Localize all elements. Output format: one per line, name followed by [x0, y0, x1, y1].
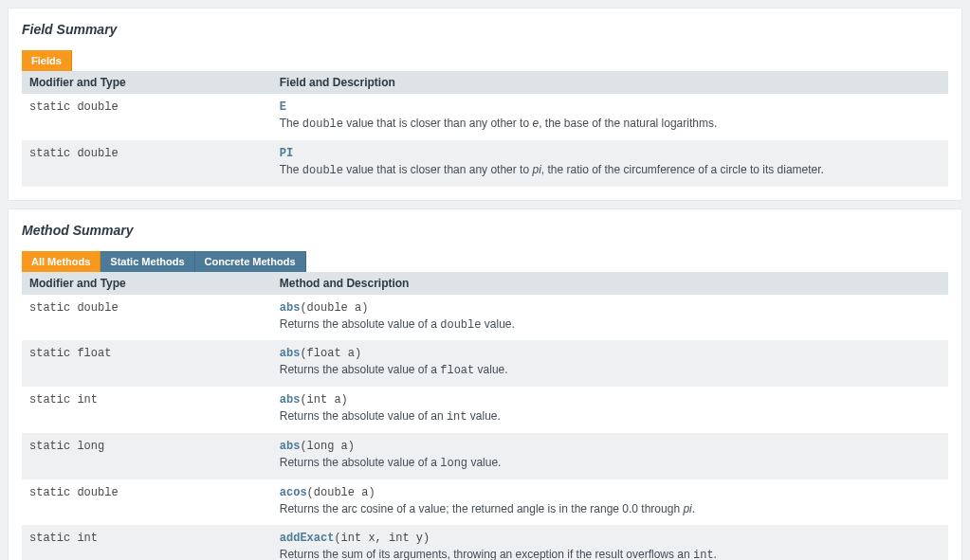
- method-link-abs[interactable]: abs: [280, 393, 301, 406]
- method-col-description: Method and Description: [272, 272, 948, 295]
- field-desc: The double value that is closer than any…: [280, 116, 941, 133]
- method-link-acos[interactable]: acos: [280, 486, 307, 499]
- method-desc: Returns the arc cosine of a value; the r…: [280, 501, 941, 517]
- field-col-modifier: Modifier and Type: [22, 71, 272, 94]
- table-row: static doubleabs(double a)Returns the ab…: [22, 295, 948, 341]
- method-modifier: static double: [29, 486, 119, 499]
- method-modifier: static int: [29, 393, 98, 406]
- table-row: static doubleacos(double a)Returns the a…: [22, 479, 948, 525]
- field-link-e[interactable]: E: [280, 100, 286, 114]
- field-link-pi[interactable]: PI: [280, 147, 293, 160]
- method-summary-tabbar: All Methods Static Methods Concrete Meth…: [22, 251, 948, 272]
- method-col-modifier: Modifier and Type: [22, 272, 272, 295]
- method-desc: Returns the absolute value of a long val…: [280, 455, 941, 472]
- method-params: (long a): [300, 440, 355, 453]
- field-summary-title: Field Summary: [22, 22, 948, 37]
- method-link-abs[interactable]: abs: [280, 347, 301, 360]
- table-row: static longabs(long a)Returns the absolu…: [22, 433, 948, 479]
- tab-concrete-methods[interactable]: Concrete Methods: [195, 251, 306, 272]
- field-col-description: Field and Description: [272, 71, 948, 94]
- table-row: static double E The double value that is…: [22, 94, 948, 140]
- method-params: (int x, int y): [334, 532, 430, 545]
- method-link-addexact[interactable]: addExact: [280, 532, 335, 545]
- method-modifier: static float: [29, 347, 111, 360]
- method-params: (int a): [300, 393, 347, 406]
- field-summary-tabbar: Fields: [22, 50, 948, 71]
- tab-fields[interactable]: Fields: [22, 50, 72, 71]
- table-row: static intaddExact(int x, int y)Returns …: [22, 525, 948, 560]
- method-desc: Returns the absolute value of a float va…: [280, 362, 941, 379]
- field-summary-panel: Field Summary Fields Modifier and Type F…: [8, 8, 962, 201]
- method-modifier: static double: [29, 301, 119, 315]
- tab-static-methods[interactable]: Static Methods: [101, 251, 194, 272]
- field-desc: The double value that is closer than any…: [280, 162, 941, 179]
- field-summary-table: Modifier and Type Field and Description …: [22, 71, 948, 187]
- method-params: (float a): [300, 347, 361, 360]
- method-params: (double a): [300, 301, 368, 315]
- method-desc: Returns the sum of its arguments, throwi…: [280, 547, 941, 560]
- table-row: static intabs(int a)Returns the absolute…: [22, 387, 948, 433]
- field-modifier: static double: [29, 147, 119, 160]
- method-summary-panel: Method Summary All Methods Static Method…: [8, 208, 962, 560]
- method-link-abs[interactable]: abs: [280, 301, 301, 315]
- method-params: (double a): [307, 486, 375, 499]
- table-row: static double PI The double value that i…: [22, 140, 948, 187]
- method-modifier: static int: [29, 532, 98, 545]
- method-link-abs[interactable]: abs: [280, 440, 301, 453]
- method-summary-title: Method Summary: [22, 223, 948, 238]
- method-desc: Returns the absolute value of a double v…: [280, 316, 941, 334]
- method-modifier: static long: [29, 440, 104, 453]
- field-modifier: static double: [29, 100, 119, 114]
- method-summary-table: Modifier and Type Method and Description…: [22, 272, 948, 560]
- table-row: static floatabs(float a)Returns the abso…: [22, 340, 948, 387]
- method-desc: Returns the absolute value of an int val…: [280, 408, 941, 425]
- tab-all-methods[interactable]: All Methods: [22, 251, 101, 272]
